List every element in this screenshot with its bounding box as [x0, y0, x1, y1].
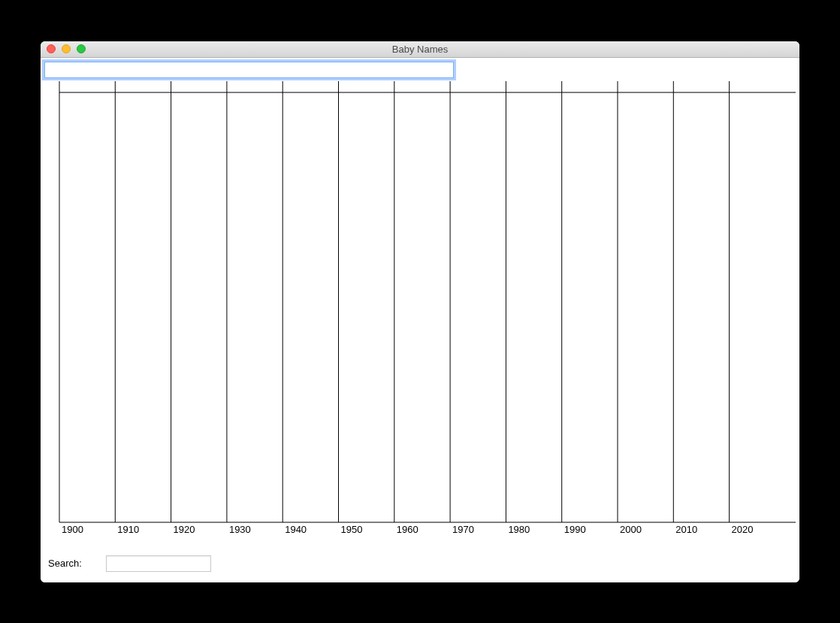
chart-canvas: 1900191019201930194019501960197019801990… — [44, 81, 796, 549]
search-input[interactable] — [106, 555, 211, 572]
x-tick-label: 1940 — [285, 523, 307, 534]
x-tick-label: 1960 — [397, 523, 418, 534]
minimize-icon[interactable] — [62, 44, 71, 53]
app-window: Baby Names 19001910192019301940195019601… — [41, 41, 799, 582]
chart-x-labels: 1900191019201930194019501960197019801990… — [62, 523, 754, 534]
titlebar[interactable]: Baby Names — [41, 41, 799, 58]
search-label: Search: — [48, 558, 82, 569]
x-tick-label: 1910 — [117, 523, 139, 534]
x-tick-label: 2000 — [620, 523, 642, 534]
chart-gridlines — [59, 81, 796, 522]
x-tick-label: 1900 — [62, 523, 83, 534]
traffic-lights — [41, 44, 86, 53]
window-title: Baby Names — [41, 44, 799, 55]
chart-svg: 1900191019201930194019501960197019801990… — [44, 81, 796, 549]
x-tick-label: 2020 — [732, 523, 754, 534]
x-tick-label: 2010 — [675, 523, 697, 534]
x-tick-label: 1950 — [341, 523, 363, 534]
x-tick-label: 1980 — [508, 523, 530, 534]
x-tick-label: 1990 — [564, 523, 586, 534]
close-icon[interactable] — [47, 44, 56, 53]
zoom-icon[interactable] — [77, 44, 86, 53]
names-input[interactable] — [44, 62, 454, 78]
x-tick-label: 1970 — [452, 523, 474, 534]
x-tick-label: 1920 — [174, 523, 195, 534]
bottom-bar: Search: — [44, 549, 796, 579]
content-area: 1900191019201930194019501960197019801990… — [41, 58, 799, 582]
x-tick-label: 1930 — [229, 523, 251, 534]
